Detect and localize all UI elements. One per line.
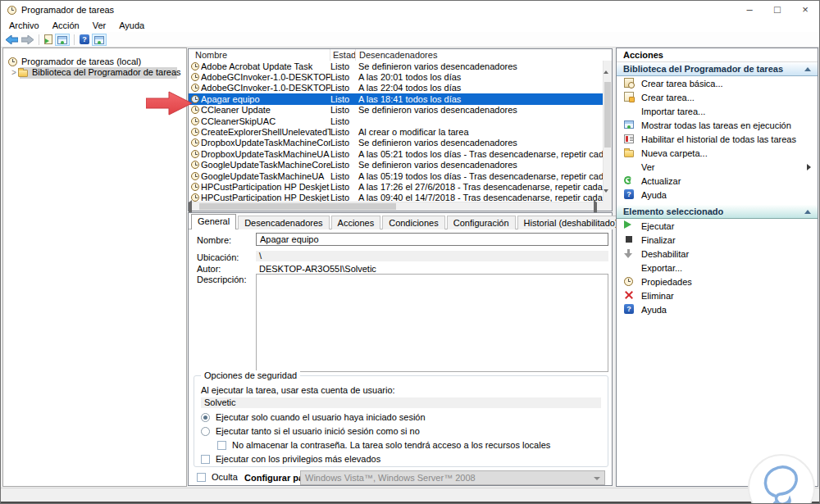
horizontal-scrollbar[interactable] bbox=[189, 202, 603, 211]
hidden-checkbox-row[interactable]: Oculta bbox=[197, 472, 238, 482]
tab-acciones[interactable]: Acciones bbox=[331, 216, 381, 229]
action-eliminar[interactable]: Eliminar bbox=[617, 288, 818, 302]
tab-historial[interactable]: Historial (deshabilitado) bbox=[517, 216, 625, 229]
action-propiedades[interactable]: Propiedades bbox=[617, 275, 818, 288]
help-icon bbox=[624, 304, 634, 314]
task-trigger: A las 05:19 todos los días - Tras desenc… bbox=[358, 171, 603, 181]
table-row[interactable]: CCleanerSkipUACListo bbox=[189, 116, 603, 126]
back-arrow-icon[interactable] bbox=[6, 35, 18, 44]
check-privileges[interactable]: Ejecutar con los privilegios más elevado… bbox=[201, 454, 601, 464]
title-bar: Programador de tareas bbox=[1, 1, 819, 19]
task-icon bbox=[191, 161, 199, 169]
check-no-password[interactable]: No almacenar la contraseña. La tarea sol… bbox=[217, 440, 601, 450]
minimize-button[interactable]: – bbox=[736, 1, 763, 19]
action-finalizar[interactable]: Finalizar bbox=[617, 233, 818, 247]
action-actualizar[interactable]: Actualizar bbox=[617, 174, 818, 188]
section-header-library[interactable]: Biblioteca del Programador de tareas bbox=[617, 62, 818, 76]
check-privileges-label: Ejecutar con los privilegios más elevado… bbox=[216, 454, 380, 464]
action-create-basic-task[interactable]: Crear tarea básica... bbox=[617, 76, 818, 90]
tab-condiciones[interactable]: Condiciones bbox=[382, 216, 445, 229]
table-row[interactable]: AdobeGCInvoker-1.0-DESKTOP-AR3O55I-...Li… bbox=[189, 71, 603, 82]
tree-item-library[interactable]: > Biblioteca del Programador de tareas bbox=[10, 66, 181, 78]
menu-accion[interactable]: Acción bbox=[46, 20, 86, 30]
column-header-estado[interactable]: Estado bbox=[330, 49, 356, 61]
nombre-input[interactable] bbox=[256, 233, 608, 246]
tab-general[interactable]: General bbox=[191, 214, 236, 229]
table-row[interactable]: Adobe Acrobat Update TaskListoSe definie… bbox=[189, 61, 603, 71]
tab-desencadenadores[interactable]: Desencadenadores bbox=[238, 216, 329, 229]
table-row[interactable]: DropboxUpdateTaskMachineUAListoA las 05:… bbox=[189, 148, 603, 159]
tree-root-label: Programador de tareas (local) bbox=[21, 57, 141, 66]
configure-for-dropdown[interactable]: Windows Vista™, Windows Server™ 2008 bbox=[300, 470, 605, 485]
checkbox-icon[interactable] bbox=[201, 455, 210, 464]
action-show-running-tasks[interactable]: Mostrar todas las tareas en ejecución bbox=[617, 118, 818, 132]
table-row[interactable]: AdobeGCInvoker-1.0-DESKTOP-AR3O55I-...Li… bbox=[189, 83, 603, 93]
table-row[interactable]: DropboxUpdateTaskMachineCoreListoSe defi… bbox=[189, 138, 603, 148]
action-enable-history[interactable]: Habilitar el historial de todas las tare… bbox=[617, 132, 818, 146]
column-header-desencadenadores[interactable]: Desencadenadores bbox=[356, 49, 603, 61]
chevron-right-icon[interactable]: > bbox=[10, 68, 18, 77]
action-import-task[interactable]: Importar tarea... bbox=[617, 104, 818, 118]
tree-item-root[interactable]: Programador de tareas (local) bbox=[8, 56, 141, 67]
actions-panel: Acciones Biblioteca del Programador de t… bbox=[616, 48, 818, 487]
radio-run-logged-in[interactable]: Ejecutar solo cuando el usuario haya ini… bbox=[201, 412, 601, 422]
export-list-icon[interactable] bbox=[44, 34, 52, 44]
solvetic-logo bbox=[747, 453, 816, 504]
action-label: Deshabilitar bbox=[641, 249, 689, 259]
table-row[interactable]: CCleaner UpdateListoSe definieron varios… bbox=[189, 105, 603, 116]
action-ayuda-selected[interactable]: Ayuda bbox=[617, 302, 818, 316]
task-icon bbox=[191, 138, 199, 147]
checkbox-icon[interactable] bbox=[197, 473, 206, 482]
forward-arrow-icon[interactable] bbox=[21, 35, 34, 44]
action-ver[interactable]: Ver bbox=[617, 160, 818, 174]
menu-ver[interactable]: Ver bbox=[86, 20, 113, 30]
action-exportar[interactable]: Exportar... bbox=[617, 261, 818, 275]
show-console-window-icon[interactable] bbox=[92, 34, 107, 46]
scroll-left-icon[interactable] bbox=[189, 202, 198, 211]
radio-unselected-icon[interactable] bbox=[201, 427, 210, 436]
action-ejecutar[interactable]: Ejecutar bbox=[617, 219, 818, 233]
collapse-icon[interactable] bbox=[804, 210, 811, 214]
section-title: Elemento seleccionado bbox=[623, 207, 723, 216]
scroll-down-icon[interactable] bbox=[604, 193, 612, 202]
menu-archivo[interactable]: Archivo bbox=[2, 20, 46, 30]
task-status: Listo bbox=[330, 138, 358, 148]
scroll-right-icon[interactable] bbox=[594, 202, 603, 211]
table-row[interactable]: HPCustParticipation HP Deskjet 3540 seri… bbox=[189, 193, 603, 202]
column-header-nombre[interactable]: Nombre bbox=[189, 49, 330, 61]
toolbar-help-icon[interactable] bbox=[80, 34, 89, 44]
task-icon bbox=[191, 62, 199, 70]
task-trigger: Se definieron varios desencadenadores bbox=[358, 105, 603, 115]
maximize-button[interactable]: □ bbox=[763, 1, 791, 19]
action-create-task[interactable]: Crear tarea... bbox=[617, 90, 818, 104]
table-row[interactable]: GoogleUpdateTaskMachineUAListoA las 05:1… bbox=[189, 170, 603, 181]
task-icon bbox=[191, 183, 199, 191]
action-deshabilitar[interactable]: Deshabilitar bbox=[617, 247, 818, 261]
action-new-folder[interactable]: Nueva carpeta... bbox=[617, 146, 818, 160]
checkbox-icon[interactable] bbox=[217, 441, 226, 450]
action-ayuda-library[interactable]: Ayuda bbox=[617, 188, 818, 202]
section-header-selected-item[interactable]: Elemento seleccionado bbox=[617, 205, 818, 219]
scroll-up-icon[interactable] bbox=[604, 61, 612, 70]
menu-ayuda[interactable]: Ayuda bbox=[112, 20, 151, 30]
task-name: HPCustParticipation HP Deskjet 1510 seri… bbox=[201, 182, 330, 192]
vertical-scroll-thumb[interactable] bbox=[604, 82, 611, 148]
show-console-window-icon[interactable] bbox=[55, 34, 70, 46]
horizontal-scroll-thumb[interactable] bbox=[199, 203, 396, 210]
close-button[interactable]: × bbox=[791, 1, 819, 19]
disable-icon bbox=[624, 248, 635, 259]
table-row-selected[interactable]: Apagar equipoListoA las 18:41 todos los … bbox=[189, 93, 603, 104]
radio-selected-icon[interactable] bbox=[201, 413, 210, 422]
vertical-scrollbar[interactable] bbox=[603, 61, 612, 202]
status-bar bbox=[1, 488, 819, 502]
collapse-icon[interactable] bbox=[804, 67, 811, 71]
table-row[interactable]: CreateExplorerShellUnelevatedTaskListoAl… bbox=[189, 126, 603, 137]
check-no-password-label: No almacenar la contraseña. La tarea sol… bbox=[232, 440, 550, 450]
radio-run-any[interactable]: Ejecutar tanto si el usuario inició sesi… bbox=[201, 426, 601, 436]
task-icon bbox=[191, 128, 199, 136]
table-row[interactable]: HPCustParticipation HP Deskjet 1510 seri… bbox=[189, 181, 603, 192]
table-row[interactable]: GoogleUpdateTaskMachineCoreListoSe defin… bbox=[189, 160, 603, 170]
descripcion-textarea[interactable] bbox=[256, 274, 608, 372]
task-name: Adobe Acrobat Update Task bbox=[201, 61, 330, 71]
tab-configuracion[interactable]: Configuración bbox=[447, 216, 516, 229]
